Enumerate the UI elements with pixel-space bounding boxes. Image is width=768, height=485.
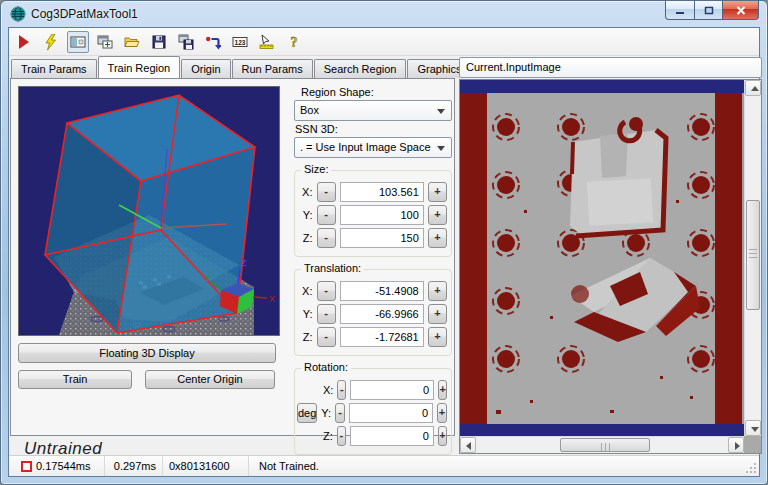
size-y-decrement-button[interactable]: - — [317, 205, 336, 225]
translation-z-increment-button[interactable]: + — [428, 327, 447, 347]
floating-3d-display-button[interactable]: Floating 3D Display — [18, 343, 276, 363]
region-shape-dropdown[interactable]: Box — [294, 100, 452, 121]
rotation-x-label: X: — [323, 384, 333, 396]
rotation-y-input[interactable] — [349, 403, 433, 423]
size-z-input[interactable] — [340, 228, 424, 248]
input-image-view[interactable] — [460, 80, 744, 436]
titlebar[interactable]: Cog3DPatMaxTool1 — [1, 1, 767, 27]
rotation-y-label: Y: — [321, 407, 331, 419]
tab-train-params[interactable]: Train Params — [11, 59, 97, 78]
rotation-y-row: deg Y: - + — [297, 403, 447, 423]
horizontal-scrollbar[interactable] — [460, 436, 744, 453]
rotation-y-increment-button[interactable]: + — [437, 403, 447, 423]
run-icon — [16, 34, 32, 50]
run-button[interactable] — [13, 31, 35, 53]
horizontal-scroll-thumb[interactable] — [560, 438, 650, 452]
rotation-z-decrement-button[interactable]: - — [337, 426, 346, 446]
size-y-row: Y: - + — [297, 205, 447, 225]
open-file-button[interactable] — [121, 31, 143, 53]
size-x-row: X: - + — [297, 182, 447, 202]
save-floppy-icon — [151, 34, 167, 50]
size-x-input[interactable] — [340, 182, 424, 202]
chevron-down-icon — [437, 146, 445, 151]
vertical-scroll-thumb[interactable] — [746, 200, 760, 310]
rotation-z-increment-button[interactable]: + — [438, 426, 447, 446]
size-x-increment-button[interactable]: + — [428, 182, 447, 202]
translation-x-row: X: - + — [297, 281, 447, 301]
size-z-increment-button[interactable]: + — [428, 228, 447, 248]
window-title: Cog3DPatMaxTool1 — [31, 7, 138, 21]
floating-display-button[interactable] — [94, 31, 116, 53]
tab-strip: Train Params Train Region Origin Run Par… — [11, 57, 530, 78]
help-button[interactable]: ? — [283, 31, 305, 53]
run-once-button[interactable] — [40, 31, 62, 53]
translation-z-row: Z: - + — [297, 327, 447, 347]
client-area: 123 ? Train Params Train Region — [8, 27, 760, 477]
ssn3d-label: SSN 3D: — [295, 123, 452, 135]
rotation-y-decrement-button[interactable]: - — [335, 403, 345, 423]
scroll-down-button[interactable] — [745, 420, 761, 436]
translation-y-decrement-button[interactable]: - — [317, 304, 336, 324]
rotation-x-decrement-button[interactable]: - — [337, 380, 346, 400]
translation-z-decrement-button[interactable]: - — [317, 327, 336, 347]
save-image-button[interactable] — [175, 31, 197, 53]
vertical-scrollbar[interactable] — [744, 80, 761, 436]
image-selector-dropdown[interactable]: Current.InputImage — [459, 57, 762, 78]
minimize-button[interactable] — [665, 1, 695, 20]
tab-origin[interactable]: Origin — [181, 59, 230, 78]
size-y-input[interactable] — [340, 205, 424, 225]
size-x-decrement-button[interactable]: - — [317, 182, 336, 202]
show-display-button[interactable] — [67, 31, 89, 53]
translation-z-input[interactable] — [340, 327, 424, 347]
rotation-x-row: X: - + — [297, 380, 447, 400]
ssn3d-dropdown[interactable]: . = Use Input Image Space — [294, 137, 452, 158]
translation-y-input[interactable] — [340, 304, 424, 324]
rotation-z-input[interactable] — [350, 426, 434, 446]
scroll-up-button[interactable] — [745, 80, 761, 96]
measure-button[interactable] — [256, 31, 278, 53]
image-display — [459, 79, 762, 454]
deg-button[interactable]: deg — [297, 403, 317, 423]
translation-y-increment-button[interactable]: + — [428, 304, 447, 324]
save-image-icon — [178, 34, 194, 50]
arrow-left-icon — [466, 442, 471, 450]
translation-x-decrement-button[interactable]: - — [317, 281, 336, 301]
size-z-decrement-button[interactable]: - — [317, 228, 336, 248]
save-file-button[interactable] — [148, 31, 170, 53]
rotation-group: Rotation: X: - + deg Y: - + — [294, 368, 452, 455]
3d-scene: Z X Y — [19, 87, 279, 335]
display-panels-icon — [70, 34, 86, 50]
numeric-results-button[interactable]: 123 — [229, 31, 251, 53]
tab-run-params[interactable]: Run Params — [232, 59, 313, 78]
arrow-down-icon — [751, 427, 759, 432]
maximize-button[interactable] — [695, 1, 723, 20]
region-form: Region Shape: Box SSN 3D: . = Use Input … — [294, 84, 452, 455]
region-shape-label: Region Shape: — [301, 86, 452, 98]
rotation-x-input[interactable] — [350, 380, 434, 400]
scroll-right-button[interactable] — [728, 437, 744, 453]
rotation-z-row: Z: - + — [297, 426, 447, 446]
translation-x-input[interactable] — [340, 281, 424, 301]
center-origin-button[interactable]: Center Origin — [145, 370, 275, 389]
translation-x-increment-button[interactable]: + — [428, 281, 447, 301]
translation-x-label: X: — [297, 285, 313, 297]
svg-text:Y: Y — [205, 273, 211, 283]
close-button[interactable] — [723, 1, 759, 20]
tab-train-region[interactable]: Train Region — [98, 56, 181, 78]
image-selector-value: Current.InputImage — [466, 61, 561, 73]
size-y-increment-button[interactable]: + — [428, 205, 447, 225]
3d-viewport[interactable]: Z X Y — [18, 86, 280, 336]
scroll-left-button[interactable] — [460, 437, 476, 453]
resize-grip[interactable] — [745, 462, 757, 474]
reset-button[interactable] — [202, 31, 224, 53]
translation-y-label: Y: — [297, 308, 313, 320]
lightning-icon — [43, 34, 59, 50]
svg-text:?: ? — [291, 35, 298, 50]
svg-text:Z: Z — [241, 258, 247, 268]
svg-text:123: 123 — [235, 38, 246, 45]
close-icon — [736, 6, 746, 15]
record-status-icon — [21, 461, 32, 472]
train-button[interactable]: Train — [18, 370, 132, 389]
tab-search-region[interactable]: Search Region — [314, 59, 407, 78]
rotation-x-increment-button[interactable]: + — [438, 380, 447, 400]
